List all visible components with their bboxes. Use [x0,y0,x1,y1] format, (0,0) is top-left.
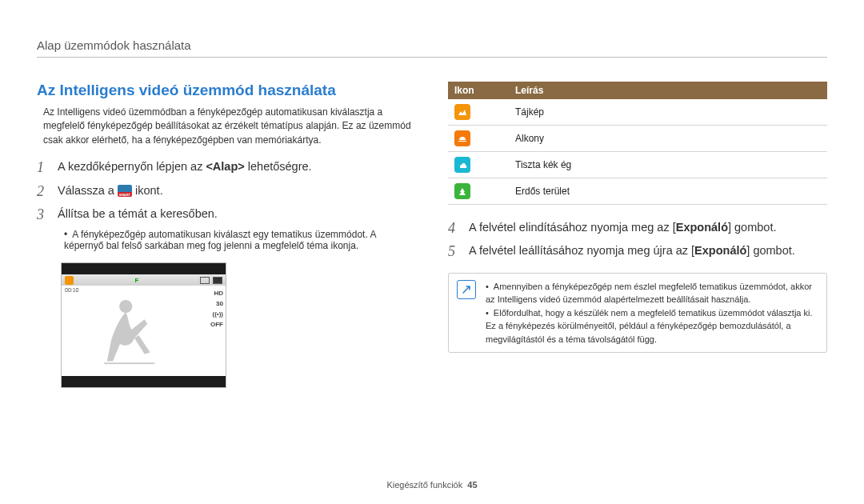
intro-paragraph: Az Intelligens videó üzemmódban a fényké… [37,106,416,147]
stabilizer-icon: ((•)) [213,311,223,318]
smart-mode-icon [118,185,132,197]
step-pre: A kezdőképernyőn lépjen az [58,160,206,173]
step-number: 3 [37,206,48,224]
step-pre: A felvétel elindításához nyomja meg az [ [469,221,676,234]
section-title: Az Intelligens videó üzemmód használata [37,82,416,99]
left-column: Az Intelligens videó üzemmód használata … [37,82,416,388]
step-5: 5 A felvétel leállításához nyomja meg új… [448,242,827,261]
table-head-icon: Ikon [448,82,509,99]
camera-preview: F 00:10 HD 30 ((•)) OFF [61,262,226,388]
two-column-layout: Az Intelligens videó üzemmód használata … [37,82,827,388]
manual-page: Alap üzemmódok használata Az Intelligens… [0,0,864,504]
page-footer: Kiegészítő funkciók 45 [0,480,864,490]
step-number: 2 [37,182,48,201]
forest-icon [454,183,470,199]
divider [37,57,827,58]
step-4: 4 A felvétel elindításához nyomja meg az… [448,219,827,238]
step-text: Válassza a ikont. [58,182,416,200]
table-row: Tájkép [448,99,827,126]
table-head-desc: Leírás [509,82,827,99]
step-post: lehetőségre. [245,160,312,173]
sd-card-icon [200,277,210,284]
preview-side-icons: HD 30 ((•)) OFF [210,290,223,328]
note-list: Amennyiben a fényképezőgép nem észlel me… [486,280,818,346]
step-bold: Exponáló [676,221,728,234]
step-number: 4 [448,219,459,238]
preview-right-status [200,277,222,284]
icon-description-table: Ikon Leírás Tájkép Alkony Tis [448,82,827,205]
right-column: Ikon Leírás Tájkép Alkony Tis [448,82,827,388]
off-badge: OFF [210,322,223,328]
step-text: A felvétel leállításához nyomja meg újra… [469,242,827,260]
note-item: Amennyiben a fényképezőgép nem észlel me… [486,280,818,306]
landscape-icon [65,276,74,285]
note-item: Előfordulhat, hogy a készülék nem a megf… [486,306,818,346]
step-pre: A felvétel leállításához nyomja meg újra… [469,244,694,257]
note-box: Amennyiben a fényképezőgép nem észlel me… [448,273,827,354]
step-pre: Válassza a [58,184,118,197]
step-1: 1 A kezdőképernyőn lépjen az <Alap> lehe… [37,158,416,177]
preview-status-bar: F [62,274,226,286]
step-number: 1 [37,158,48,177]
f-badge: F [135,277,139,284]
step-post: ] gombot. [746,244,794,257]
table-cell-label: Erdős terület [509,178,827,205]
table-row: Erdős terület [448,178,827,205]
sub-bullet: A fényképezőgép automatikusan kiválaszt … [64,229,416,251]
page-number: 45 [467,480,477,490]
skater-silhouette [91,296,163,376]
footer-label: Kiegészítő funkciók [386,480,462,490]
battery-icon [213,277,222,284]
step-text: Állítsa be a témát a keresőben. [58,206,416,223]
step-text: A felvétel elindításához nyomja meg az [… [469,219,827,237]
step-post: ikont. [132,184,163,197]
table-row: Alkony [448,126,827,152]
preview-black-bar-bottom [62,376,226,387]
breadcrumb: Alap üzemmódok használata [37,38,827,52]
step-text: A kezdőképernyőn lépjen az <Alap> lehető… [58,158,416,176]
hd-badge: HD [214,290,223,297]
fps-badge: 30 [216,301,223,307]
table-row: Tiszta kék ég [448,152,827,178]
sunset-icon [454,130,470,146]
landscape-icon [454,104,470,120]
step-number: 5 [448,242,459,261]
svg-point-0 [119,300,132,313]
note-icon [457,280,476,299]
step-post: ] gombot. [728,221,776,234]
step-3: 3 Állítsa be a témát a keresőben. [37,206,416,224]
preview-black-bar-top [62,263,226,274]
blue-sky-icon [454,157,470,173]
svg-rect-1 [104,363,154,365]
table-cell-label: Alkony [509,126,827,152]
table-cell-label: Tájkép [509,99,827,126]
step-bold: <Alap> [206,160,244,173]
timestamp: 00:10 [65,287,79,293]
step-2: 2 Válassza a ikont. [37,182,416,201]
step-3-sub-bullets: A fényképezőgép automatikusan kiválaszt … [64,229,416,251]
step-bold: Exponáló [694,244,746,257]
table-cell-label: Tiszta kék ég [509,152,827,178]
